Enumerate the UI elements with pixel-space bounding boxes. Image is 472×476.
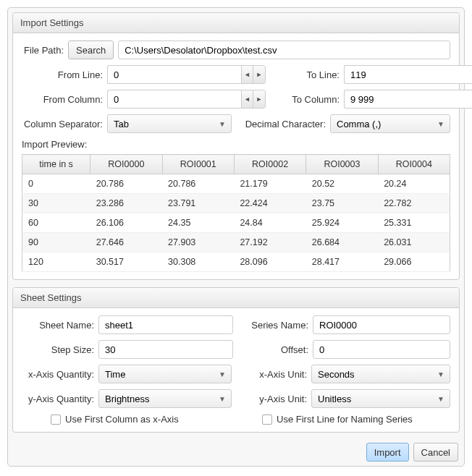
- from-line-input[interactable]: [107, 65, 241, 84]
- table-header[interactable]: ROI0001: [162, 155, 234, 174]
- table-cell: 90: [22, 233, 90, 252]
- from-line-up[interactable]: ►: [253, 66, 265, 83]
- table-row: 9027.64627.90327.19226.68426.031: [22, 233, 450, 252]
- import-settings-panel: Import Settings File Path: Search From L…: [12, 12, 460, 280]
- table-cell: 27.192: [234, 233, 305, 252]
- table-cell: 26.031: [378, 233, 450, 252]
- table-cell: 24.35: [162, 213, 234, 233]
- table-row: 12030.51730.30828.09628.41729.066: [22, 252, 450, 272]
- use-first-line-label: Use First Line for Naming Series: [277, 414, 413, 425]
- decimal-char-select[interactable]: Comma (,): [330, 114, 450, 133]
- series-name-input[interactable]: [313, 315, 450, 334]
- sheet-settings-panel: Sheet Settings Sheet Name: Series Name: …: [12, 287, 460, 433]
- to-line-input[interactable]: [344, 65, 472, 84]
- x-unit-select[interactable]: Seconds: [311, 365, 450, 383]
- sheet-name-input[interactable]: [98, 315, 233, 334]
- x-quantity-select[interactable]: Time: [98, 365, 232, 383]
- table-cell: 22.424: [234, 194, 305, 213]
- x-quantity-label: x-Axis Quantity:: [22, 369, 94, 380]
- series-name-label: Series Name:: [242, 320, 308, 331]
- from-column-label: From Column:: [22, 94, 103, 105]
- file-path-label: File Path:: [22, 45, 64, 56]
- from-line-down[interactable]: ◄: [242, 66, 253, 83]
- column-separator-label: Column Separator:: [22, 119, 103, 129]
- table-row: 3023.28623.79122.42423.7522.782: [22, 194, 450, 213]
- import-button[interactable]: Import: [366, 443, 409, 462]
- cancel-button[interactable]: Cancel: [413, 443, 458, 462]
- table-cell: 20.786: [162, 174, 234, 194]
- offset-input[interactable]: [313, 340, 450, 359]
- use-first-column-label: Use First Column as x-Axis: [65, 414, 179, 425]
- dialog-footer: Import Cancel: [12, 440, 460, 462]
- table-cell: 21.179: [234, 174, 305, 194]
- table-cell: 22.782: [378, 194, 450, 213]
- table-header[interactable]: ROI0003: [306, 155, 378, 174]
- table-cell: 0: [22, 174, 90, 194]
- search-button[interactable]: Search: [68, 41, 114, 59]
- table-cell: 30.517: [90, 252, 162, 272]
- table-cell: 27.903: [162, 233, 234, 252]
- table-cell: 20.786: [90, 174, 162, 194]
- to-column-spinner[interactable]: ◄ ►: [344, 90, 472, 109]
- use-first-column-checkbox[interactable]: [51, 415, 61, 425]
- table-row: 020.78620.78621.17920.5220.24: [22, 174, 450, 194]
- file-path-input[interactable]: [118, 41, 450, 59]
- offset-label: Offset:: [242, 344, 308, 355]
- table-cell: 27.646: [90, 233, 162, 252]
- table-cell: 26.684: [306, 233, 378, 252]
- import-settings-header: Import Settings: [13, 13, 459, 33]
- table-cell: 20.52: [306, 174, 378, 194]
- table-cell: 28.417: [306, 252, 378, 272]
- to-column-label: To Column:: [274, 94, 340, 105]
- table-header[interactable]: ROI0004: [378, 155, 450, 174]
- table-header[interactable]: time in s: [22, 155, 90, 174]
- table-row: 6026.10624.3524.8425.92425.331: [22, 213, 450, 233]
- table-cell: 23.286: [90, 194, 162, 213]
- use-first-line-checkbox[interactable]: [262, 415, 272, 425]
- import-preview-table: time in sROI0000ROI0001ROI0002ROI0003ROI…: [22, 154, 450, 272]
- step-size-input[interactable]: [98, 340, 233, 359]
- table-cell: 25.924: [306, 213, 378, 233]
- table-cell: 23.75: [306, 194, 378, 213]
- table-cell: 30.308: [162, 252, 234, 272]
- to-line-label: To Line:: [274, 69, 340, 80]
- table-header[interactable]: ROI0002: [234, 155, 305, 174]
- decimal-char-label: Decimal Character:: [240, 119, 326, 129]
- from-column-input[interactable]: [107, 90, 241, 109]
- column-separator-select[interactable]: Tab: [107, 114, 232, 133]
- table-cell: 29.066: [378, 252, 450, 272]
- y-unit-label: y-Axis Unit:: [240, 394, 307, 404]
- y-quantity-select[interactable]: Brightness: [98, 389, 232, 408]
- import-dialog: Import Settings File Path: Search From L…: [7, 7, 465, 467]
- import-preview-label: Import Preview:: [22, 139, 450, 150]
- x-unit-label: x-Axis Unit:: [240, 369, 307, 380]
- y-unit-select[interactable]: Unitless: [311, 389, 450, 408]
- from-column-up[interactable]: ►: [253, 90, 265, 108]
- table-header[interactable]: ROI0000: [90, 155, 162, 174]
- table-cell: 28.096: [234, 252, 305, 272]
- table-cell: 25.331: [378, 213, 450, 233]
- sheet-settings-header: Sheet Settings: [13, 288, 459, 308]
- from-line-spinner[interactable]: ◄ ►: [107, 65, 266, 84]
- table-cell: 60: [22, 213, 90, 233]
- table-cell: 23.791: [162, 194, 234, 213]
- table-cell: 30: [22, 194, 90, 213]
- y-quantity-label: y-Axis Quantity:: [22, 394, 94, 404]
- table-cell: 24.84: [234, 213, 305, 233]
- from-column-spinner[interactable]: ◄ ►: [107, 90, 266, 109]
- step-size-label: Step Size:: [22, 344, 94, 355]
- table-cell: 20.24: [378, 174, 450, 194]
- to-line-spinner[interactable]: ◄ ►: [344, 65, 472, 84]
- from-line-label: From Line:: [22, 69, 103, 80]
- to-column-input[interactable]: [344, 90, 472, 109]
- sheet-name-label: Sheet Name:: [22, 320, 94, 331]
- from-column-down[interactable]: ◄: [242, 90, 253, 108]
- table-cell: 120: [22, 252, 90, 272]
- table-cell: 26.106: [90, 213, 162, 233]
